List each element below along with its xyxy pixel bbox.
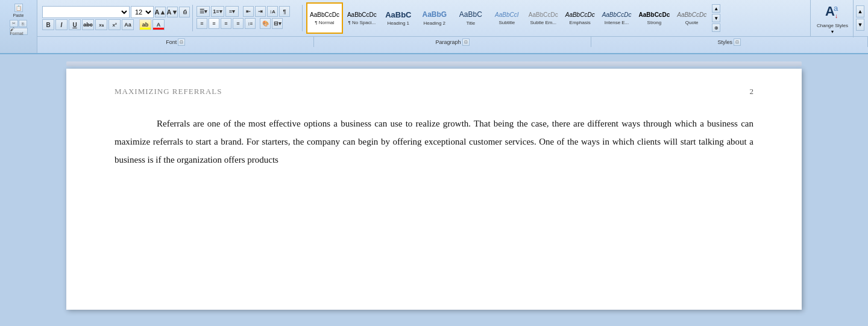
style-intense-e[interactable]: AaBbCcDc Intense E... [599,2,635,34]
style-strong[interactable]: AaBbCcDc Strong [636,2,673,34]
bullets-btn[interactable]: ☰▾ [197,6,210,17]
font-group-label: Font ⊡ [37,37,314,47]
bold-btn[interactable]: B [42,19,54,30]
page-body: Referrals are one of the most effective … [115,114,753,169]
align-right-btn[interactable]: ≡ [221,18,231,29]
change-styles-icon: A a ↓ [824,2,841,22]
styles-scroll: ▲ ▼ ⊕ [712,4,720,33]
document-page: MAXIMIZING REFERRALS 2 Referrals are one… [66,69,802,310]
shading-btn[interactable]: 🎨 [260,18,271,29]
font-family-select[interactable]: Times New Roman [42,6,130,18]
highlight-btn[interactable]: ab [139,19,151,30]
style-subtle-em-label: Subtle Em... [530,20,556,25]
style-quote[interactable]: AaBbCcDc Quote [674,2,709,34]
page-header: MAXIMIZING REFERRALS 2 [115,87,753,102]
scroll-bar [66,61,802,66]
subscript-btn[interactable]: x₂ [95,19,107,30]
styles-group: AaBbCcDc ¶ Normal AaBbCcDc ¶ No Spaci...… [304,0,811,36]
strikethrough-btn[interactable]: abc [82,19,94,30]
style-heading1[interactable]: AaBbC Heading 1 [381,2,416,34]
increase-indent-btn[interactable]: ⇥ [255,6,266,17]
change-styles-text: Change Styles [817,23,848,29]
style-quote-label: Quote [685,20,699,25]
style-heading2[interactable]: AaBbG Heading 2 [417,2,452,34]
ribbon-bottom: Font ⊡ Paragraph ⊡ Styles ⊡ [37,36,868,47]
underline-btn[interactable]: U [69,19,81,30]
sort-btn[interactable]: ↕A [267,6,278,17]
para-align-row: ≡ ≡ ≡ ≡ ↕≡ 🎨 ⊟▾ [197,18,300,29]
left-panel: 📋 Paste ✂ ⎘ 🖌 Format [0,0,37,53]
line-spacing-btn[interactable]: ↕≡ [245,18,256,29]
font-expand-btn[interactable]: ⊡ [178,39,185,46]
ribbon-top: Times New Roman 12 A▲ A▼ ⎙ B I U abc x₂ … [37,0,868,36]
style-h1-preview: AaBbC [385,10,411,20]
font-group: Times New Roman 12 A▲ A▼ ⎙ B I U abc x₂ … [40,5,193,31]
style-normal-label: ¶ Normal [315,20,334,25]
multilevel-btn[interactable]: ≡▾ [225,6,239,17]
font-size-select[interactable]: 12 [131,6,154,18]
paste-label: Paste [13,13,24,17]
body-paragraph: Referrals are one of the most effective … [115,114,753,169]
document-container: MAXIMIZING REFERRALS 2 Referrals are one… [0,54,868,326]
font-name-row: Times New Roman 12 A▲ A▼ ⎙ [42,6,190,18]
style-intense-e-preview: AaBbCcDc [602,11,632,19]
align-center-btn[interactable]: ≡ [209,18,219,29]
para-expand-btn[interactable]: ⊡ [462,39,470,46]
style-no-spacing[interactable]: AaBbCcDc ¶ No Spaci... [344,2,380,34]
decrease-font-size-btn[interactable]: A▼ [167,7,178,17]
copy-icon[interactable]: ⎘ [19,20,27,27]
change-styles-group: A a ↓ Change Styles ▼ [812,0,854,37]
paste-icon[interactable]: 📋 [14,4,23,12]
style-subtle-em-preview: AaBbCcDc [529,11,558,19]
styles-scroll-up[interactable]: ▲ [712,4,720,13]
style-subtitle[interactable]: AaBbCcI Subtitle [489,2,524,34]
document-title: MAXIMIZING REFERRALS [115,87,222,96]
format-painter-icon[interactable]: 🖌 Format [10,28,28,35]
style-normal[interactable]: AaBbCcDc ¶ Normal [306,2,343,34]
change-styles-btn[interactable]: A a ↓ Change Styles ▼ [816,1,849,35]
pilcrow-btn[interactable]: ¶ [279,6,290,17]
style-subtitle-label: Subtitle [498,20,515,25]
page-number: 2 [750,87,754,96]
style-subtle-em[interactable]: AaBbCcDc Subtle Em... [526,2,561,34]
change-styles-arrow: ▼ [831,30,835,34]
paragraph-group-label: Paragraph ⊡ [314,37,591,47]
svg-text:a: a [834,4,838,13]
style-title[interactable]: AaBbC Title [453,2,488,34]
ribbon-scroll-up[interactable]: ▲ [856,5,864,17]
styles-group-label: Styles ⊡ [591,37,868,47]
numbered-btn[interactable]: 1≡▾ [211,6,224,17]
ribbon-scroll-down[interactable]: ▼ [856,19,864,31]
styles-expand-btn[interactable]: ⊡ [734,39,741,46]
border-btn[interactable]: ⊟▾ [272,18,283,29]
para-list-row: ☰▾ 1≡▾ ≡▾ ⇤ ⇥ ↕A ¶ [197,6,300,17]
style-h1-label: Heading 1 [388,20,409,26]
style-h2-label: Heading 2 [424,20,445,26]
font-format-row: B I U abc x₂ x² Aa ab A [42,19,190,30]
justify-btn[interactable]: ≡ [233,18,244,29]
styles-scroll-down[interactable]: ▼ [712,14,720,22]
superscript-btn[interactable]: x² [108,19,121,30]
ribbon: 📋 Paste ✂ ⎘ 🖌 Format Times New Roman 12 [0,0,868,54]
style-subtitle-preview: AaBbCcI [495,11,518,19]
font-color-btn[interactable]: A [153,19,165,30]
italic-btn[interactable]: I [55,19,68,30]
clear-formatting-btn[interactable]: ⎙ [179,7,190,17]
style-normal-preview: AaBbCcDc [310,11,339,19]
style-title-preview: AaBbC [459,10,482,19]
style-nospace-preview: AaBbCcDc [347,11,377,19]
decrease-indent-btn[interactable]: ⇤ [243,6,254,17]
ribbon-content: Times New Roman 12 A▲ A▼ ⎙ B I U abc x₂ … [37,0,868,53]
style-quote-preview: AaBbCcDc [677,11,706,19]
increase-font-size-btn[interactable]: A▲ [155,7,166,17]
styles-row: AaBbCcDc ¶ Normal AaBbCcDc ¶ No Spaci...… [306,1,808,35]
styles-scroll-more[interactable]: ⊕ [712,24,720,32]
svg-text:↓: ↓ [835,13,838,19]
align-left-btn[interactable]: ≡ [197,18,207,29]
format-painter-label: 📋 Paste ✂ ⎘ 🖌 Format [10,4,28,35]
cut-icon[interactable]: ✂ [10,20,18,27]
style-emphasis[interactable]: AaBbCcDc Emphasis [562,2,598,34]
paragraph-group: ☰▾ 1≡▾ ≡▾ ⇤ ⇥ ↕A ¶ ≡ ≡ ≡ ≡ ↕≡ 🎨 [194,5,303,31]
change-case-btn[interactable]: Aa [122,19,134,30]
style-nospace-label: ¶ No Spaci... [348,20,376,25]
